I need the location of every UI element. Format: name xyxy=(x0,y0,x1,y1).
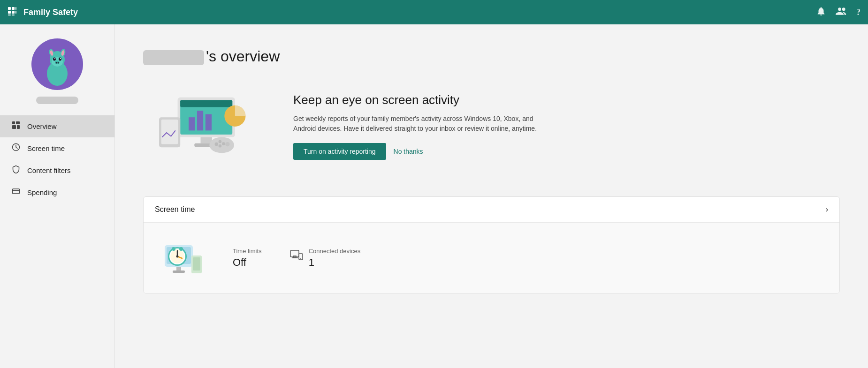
connected-devices-section: Connected devices 1 xyxy=(290,248,361,269)
sidebar-spending-label: Spending xyxy=(27,188,57,196)
svg-point-60 xyxy=(176,255,179,258)
chevron-right-icon: › xyxy=(826,205,828,214)
svg-rect-30 xyxy=(13,189,20,194)
sidebar-item-spending[interactable]: Spending xyxy=(0,181,114,203)
topbar: Family Safety ? xyxy=(0,0,868,24)
svg-point-62 xyxy=(179,247,183,251)
svg-rect-37 xyxy=(161,120,178,144)
svg-rect-28 xyxy=(17,125,20,129)
shield-icon xyxy=(11,165,21,176)
svg-rect-25 xyxy=(12,121,15,124)
svg-rect-24 xyxy=(54,67,61,73)
sidebar-item-overview[interactable]: Overview xyxy=(0,115,114,137)
activity-heading: Keep an eye on screen activity xyxy=(293,93,840,107)
svg-rect-5 xyxy=(15,11,16,14)
svg-point-20 xyxy=(60,58,61,59)
clock-icon xyxy=(11,143,21,154)
svg-rect-1 xyxy=(12,7,15,10)
app-title: Family Safety xyxy=(23,8,816,17)
screen-time-header[interactable]: Screen time › xyxy=(144,197,839,223)
svg-rect-4 xyxy=(12,11,15,14)
svg-point-9 xyxy=(842,8,845,11)
svg-rect-2 xyxy=(15,7,16,10)
svg-point-23 xyxy=(58,62,59,64)
svg-rect-51 xyxy=(176,267,181,270)
sidebar-item-screen-time[interactable]: Screen time xyxy=(0,137,114,159)
time-limits-label: Time limits xyxy=(233,248,262,255)
svg-rect-41 xyxy=(180,100,232,107)
sidebar-item-content-filters[interactable]: Content filters xyxy=(0,159,114,181)
help-icon[interactable]: ? xyxy=(856,8,860,17)
user-name-blur xyxy=(36,97,78,104)
nav-items: Overview Screen time Co xyxy=(0,115,114,203)
user-name-blur-title xyxy=(143,50,204,65)
svg-point-43 xyxy=(209,137,234,153)
connected-devices-value: 1 xyxy=(309,256,361,269)
clock-illustration xyxy=(162,237,205,279)
svg-point-22 xyxy=(56,62,57,64)
svg-point-44 xyxy=(215,143,219,146)
svg-point-8 xyxy=(838,8,841,11)
sidebar-screen-time-label: Screen time xyxy=(27,144,65,152)
sidebar: Overview Screen time Co xyxy=(0,24,115,368)
svg-rect-3 xyxy=(8,11,11,14)
svg-point-45 xyxy=(219,140,222,143)
svg-rect-7 xyxy=(12,15,15,15)
screen-time-body: Time limits Off C xyxy=(144,223,839,293)
svg-point-61 xyxy=(172,247,175,251)
sidebar-content-filters-label: Content filters xyxy=(27,166,71,174)
grid-icon[interactable] xyxy=(8,7,17,18)
svg-point-47 xyxy=(219,144,222,148)
svg-rect-27 xyxy=(12,125,16,129)
main-layout: Overview Screen time Co xyxy=(0,24,868,368)
avatar xyxy=(31,38,83,90)
screen-time-title: Screen time xyxy=(155,205,195,214)
time-limits-section: Time limits Off xyxy=(233,248,262,269)
connected-devices-label: Connected devices xyxy=(309,248,361,255)
no-thanks-button[interactable]: No thanks xyxy=(394,148,423,155)
family-icon[interactable] xyxy=(836,6,847,19)
svg-rect-54 xyxy=(193,257,200,270)
svg-rect-40 xyxy=(206,114,212,131)
svg-rect-6 xyxy=(8,15,11,15)
svg-rect-52 xyxy=(173,270,185,273)
activity-buttons: Turn on activity reporting No thanks xyxy=(293,143,840,160)
svg-rect-0 xyxy=(8,7,11,10)
topbar-actions: ? xyxy=(816,6,860,19)
activity-description: Get weekly reports of your family member… xyxy=(293,114,556,134)
svg-rect-26 xyxy=(16,121,20,124)
time-limits-value: Off xyxy=(233,256,262,269)
card-icon xyxy=(11,187,21,198)
page-title: 's overview xyxy=(143,48,840,65)
svg-point-19 xyxy=(54,58,55,59)
notification-icon[interactable] xyxy=(816,6,826,19)
svg-point-17 xyxy=(53,58,56,61)
screen-time-card: Screen time › xyxy=(143,196,840,293)
activity-text: Keep an eye on screen activity Get weekl… xyxy=(293,93,840,160)
devices-info: Connected devices 1 xyxy=(309,248,361,269)
devices-icon xyxy=(290,249,303,264)
sidebar-overview-label: Overview xyxy=(27,122,57,130)
activity-card: Keep an eye on screen activity Get weekl… xyxy=(143,84,840,178)
turn-on-activity-reporting-button[interactable]: Turn on activity reporting xyxy=(293,143,386,160)
overview-icon xyxy=(11,121,21,132)
svg-point-46 xyxy=(222,142,225,145)
svg-point-48 xyxy=(225,142,229,146)
activity-illustration xyxy=(143,89,265,164)
svg-rect-39 xyxy=(197,111,203,130)
svg-point-18 xyxy=(59,58,61,61)
content-area: 's overview xyxy=(115,24,868,368)
svg-rect-38 xyxy=(189,117,195,130)
svg-point-21 xyxy=(55,60,60,64)
